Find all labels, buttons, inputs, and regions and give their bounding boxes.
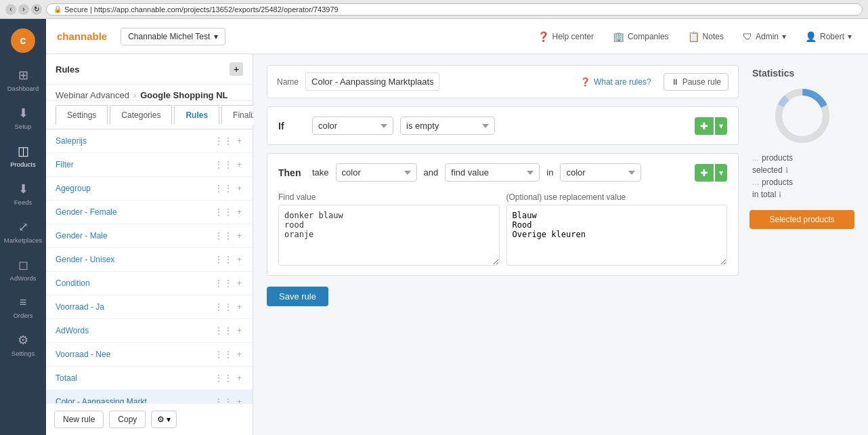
add-condition-dropdown[interactable]: ▾ [715, 117, 727, 135]
then-field-select[interactable]: color [336, 163, 417, 182]
drag-icon: ⋮⋮ [214, 159, 233, 170]
rule-settings-btn[interactable]: + [236, 372, 243, 384]
settings-icon: ⚙ [18, 333, 28, 348]
total-dots: ... [752, 178, 759, 187]
forward-btn[interactable]: › [18, 4, 29, 15]
list-item[interactable]: Gender - Male ⋮⋮ + [46, 224, 253, 248]
list-item[interactable]: Agegroup ⋮⋮ + [46, 177, 253, 201]
account-chevron-icon: ▾ [214, 32, 218, 41]
sidebar-item-orders[interactable]: ≡ Orders [0, 290, 46, 325]
selected-label: selected [752, 165, 783, 175]
new-rule-button[interactable]: New rule [54, 411, 104, 428]
user-icon: 👤 [805, 31, 817, 42]
list-item[interactable]: Filter ⋮⋮ + [46, 153, 253, 177]
pause-rule-button[interactable]: ⏸ Pause rule [664, 73, 729, 91]
info-icon2[interactable]: ℹ [779, 190, 781, 199]
gear-icon: ⚙ [157, 415, 165, 424]
in-total-label-line: in total ℹ [752, 190, 781, 199]
rule-settings-btn[interactable]: + [236, 159, 243, 171]
then-target-select[interactable]: color [560, 163, 641, 182]
tab-categories[interactable]: Categories [110, 105, 172, 125]
tab-rules[interactable]: Rules [174, 105, 219, 125]
statistics-chart [772, 85, 833, 146]
then-find-select[interactable]: find value [445, 163, 540, 182]
companies-link[interactable]: 🏢 Companies [607, 28, 674, 45]
list-item[interactable]: Gender - Unisex ⋮⋮ + [46, 248, 253, 272]
if-field-select[interactable]: color [312, 117, 393, 135]
info-icon[interactable]: ℹ [785, 166, 788, 175]
take-label: take [312, 167, 329, 178]
list-item[interactable]: Voorraad - Nee ⋮⋮ + [46, 343, 253, 367]
list-item[interactable]: AdWords ⋮⋮ + [46, 319, 253, 343]
list-item[interactable]: Totaal ⋮⋮ + [46, 367, 253, 390]
rule-options-button[interactable]: ⚙ ▾ [151, 411, 177, 428]
admin-link[interactable]: 🛡 Admin ▾ [737, 28, 791, 45]
rules-panel-title: Rules [56, 64, 79, 75]
browser-bar: ‹ › ↻ 🔒 Secure | https://app.channable.c… [0, 0, 868, 19]
sidebar-item-settings[interactable]: ⚙ Settings [0, 327, 46, 362]
rules-list: Saleprijs ⋮⋮ + Filter ⋮⋮ + Agegroup ⋮⋮ + [46, 129, 253, 403]
sidebar-item-dashboard[interactable]: ⊞ Dashboard [0, 62, 46, 98]
question-icon: ❓ [580, 77, 590, 87]
if-block: If color is empty ✚ [267, 106, 739, 145]
products-label: products [762, 153, 793, 163]
marketplaces-icon: ⤢ [18, 220, 28, 234]
rule-settings-btn[interactable]: + [236, 301, 243, 313]
url-bar[interactable]: 🔒 Secure | https://app.channable.com/pro… [46, 3, 863, 16]
selected-products-button[interactable]: Selected products [750, 210, 854, 229]
drag-icon: ⋮⋮ [214, 254, 233, 265]
rule-settings-btn[interactable]: + [236, 348, 243, 360]
rule-settings-btn[interactable]: + [236, 230, 243, 242]
rule-settings-btn[interactable]: + [236, 396, 243, 403]
list-item[interactable]: Gender - Female ⋮⋮ + [46, 201, 253, 224]
list-item[interactable]: Condition ⋮⋮ + [46, 272, 253, 295]
sidebar-item-marketplaces[interactable]: ⤢ Marketplaces [0, 214, 46, 249]
rule-settings-btn[interactable]: + [236, 206, 243, 218]
rule-settings-btn[interactable]: + [236, 325, 243, 337]
list-item[interactable]: Color - Aanpassing Markt... ⋮⋮ + [46, 390, 253, 403]
notes-link[interactable]: 📋 Notes [682, 28, 729, 45]
rules-panel: Rules + Webinar Advanced › Google Shoppi… [46, 54, 253, 435]
find-box: Find value donker blauw rood oranje [278, 192, 500, 266]
sidebar-item-products[interactable]: ◫ Products [0, 138, 46, 173]
help-center-label: Help center [552, 32, 594, 41]
breadcrumb-parent: Webinar Advanced [56, 90, 129, 100]
add-condition-button[interactable]: ✚ [695, 117, 714, 135]
lock-icon: 🔒 [53, 5, 62, 13]
user-link[interactable]: 👤 Robert ▾ [800, 28, 857, 45]
add-then-dropdown[interactable]: ▾ [715, 164, 727, 182]
find-textarea[interactable]: donker blauw rood oranje [278, 205, 500, 266]
sidebar-item-adwords[interactable]: ◻ AdWords [0, 252, 46, 287]
breadcrumb-current: Google Shopping NL [140, 90, 227, 100]
then-keyword: Then [278, 167, 305, 178]
list-item[interactable]: Voorraad - Ja ⋮⋮ + [46, 295, 253, 319]
svg-text:c: c [20, 35, 26, 46]
save-row: Save rule [267, 287, 739, 306]
rule-settings-btn[interactable]: + [236, 253, 243, 266]
admin-chevron-icon: ▾ [782, 32, 786, 41]
help-center-link[interactable]: ❓ Help center [532, 28, 599, 45]
dashboard-icon: ⊞ [18, 68, 28, 83]
add-rule-button[interactable]: + [230, 62, 243, 76]
list-item[interactable]: Saleprijs ⋮⋮ + [46, 129, 253, 153]
drag-icon: ⋮⋮ [214, 136, 233, 146]
sidebar-item-feeds[interactable]: ⬇ Feeds [0, 176, 46, 211]
add-then-button[interactable]: ✚ [695, 164, 714, 182]
tab-settings[interactable]: Settings [56, 105, 108, 125]
copy-button[interactable]: Copy [109, 411, 146, 428]
rule-name-input[interactable] [305, 72, 439, 91]
rule-settings-btn[interactable]: + [236, 182, 243, 194]
rule-settings-btn[interactable]: + [236, 277, 243, 289]
back-btn[interactable]: ‹ [5, 4, 16, 15]
user-label: Robert [820, 32, 844, 41]
replace-textarea[interactable]: Blauw Rood Overige kleuren [506, 205, 728, 266]
tabs-container: Settings Categories Rules Finalize Previ… [46, 101, 253, 129]
help-button[interactable]: ❓ What are rules? [575, 75, 657, 89]
if-operator-select[interactable]: is empty [400, 117, 495, 135]
account-selector[interactable]: Channable Michel Test ▾ [121, 28, 225, 45]
rule-settings-btn[interactable]: + [236, 135, 243, 147]
rules-bottom: New rule Copy ⚙ ▾ [46, 403, 253, 435]
reload-btn[interactable]: ↻ [31, 4, 42, 15]
save-rule-button[interactable]: Save rule [267, 287, 328, 306]
sidebar-item-setup[interactable]: ⬇ Setup [0, 100, 46, 136]
